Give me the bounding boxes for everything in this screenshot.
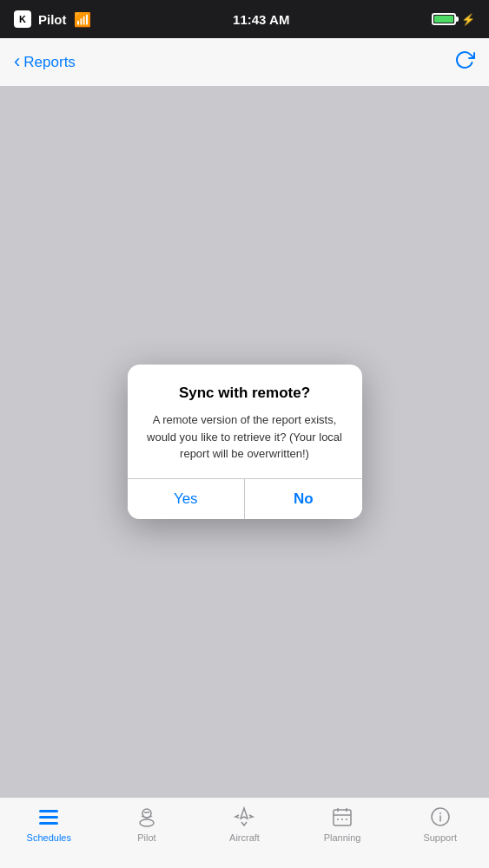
tab-planning-label: Planning [324, 832, 361, 843]
svg-point-12 [439, 812, 441, 814]
pilot-icon [135, 805, 159, 829]
support-icon [428, 805, 453, 829]
tab-schedules[interactable]: Schedules [0, 805, 98, 843]
dialog-content: Sync with remote? A remote version of th… [128, 365, 362, 478]
main-content: Sync with remote? A remote version of th… [0, 87, 489, 797]
tab-bar: Schedules Pilot Aircraft [0, 797, 489, 868]
status-bar: K Pilot 📶 11:43 AM ⚡ [0, 0, 489, 38]
tab-support-label: Support [423, 832, 457, 843]
back-chevron-icon: ‹ [14, 52, 20, 71]
pilot-logo-icon: K [14, 10, 31, 28]
tab-aircraft-label: Aircraft [229, 832, 260, 843]
back-button[interactable]: ‹ Reports [14, 54, 76, 71]
app-name-label: Pilot [38, 12, 67, 27]
tab-support[interactable]: Support [391, 805, 489, 843]
no-button[interactable]: No [244, 479, 362, 519]
wifi-icon: 📶 [74, 11, 91, 28]
back-label: Reports [23, 54, 76, 71]
nav-bar: ‹ Reports Flight Report [0, 38, 489, 87]
svg-point-0 [142, 809, 151, 818]
dialog-buttons: Yes No [128, 479, 362, 519]
tab-schedules-label: Schedules [27, 832, 71, 843]
status-right: ⚡ [432, 13, 475, 26]
yes-button[interactable]: Yes [128, 479, 245, 519]
status-time: 11:43 AM [233, 12, 289, 27]
tab-planning[interactable]: Planning [294, 805, 392, 843]
svg-point-1 [140, 819, 154, 826]
schedules-icon [36, 805, 61, 829]
tab-pilot-label: Pilot [137, 832, 155, 843]
charging-icon: ⚡ [461, 13, 475, 26]
battery-icon [432, 13, 456, 25]
refresh-button[interactable] [454, 49, 475, 76]
dialog-message: A remote version of the report exists, w… [145, 411, 345, 463]
aircraft-icon [232, 805, 256, 829]
tab-pilot[interactable]: Pilot [98, 805, 196, 843]
svg-rect-3 [334, 810, 351, 825]
tab-aircraft[interactable]: Aircraft [195, 805, 294, 843]
dialog-title: Sync with remote? [145, 384, 345, 403]
planning-icon [330, 805, 354, 829]
status-left: K Pilot 📶 [14, 10, 91, 28]
sync-dialog: Sync with remote? A remote version of th… [128, 365, 362, 519]
